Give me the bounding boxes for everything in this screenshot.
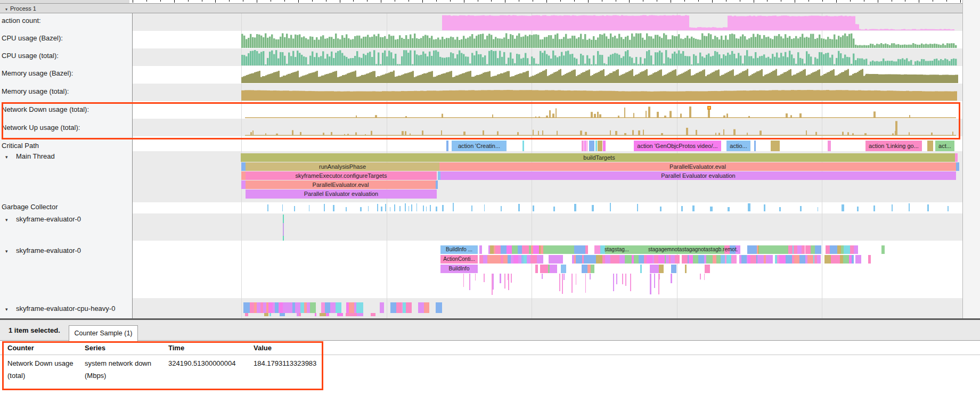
- evaluator-deep-slice[interactable]: [542, 274, 543, 279]
- evaluator-slice[interactable]: [594, 245, 600, 254]
- evaluator-deep-slice[interactable]: [576, 274, 576, 285]
- sidebar-item-main-thread[interactable]: ▾Main Thread: [2, 152, 55, 160]
- collapse-arrow-icon[interactable]: ▾: [2, 249, 16, 254]
- evaluator-slice[interactable]: [518, 245, 522, 254]
- evaluator-slice[interactable]: [805, 245, 811, 254]
- evaluator-deep-slice[interactable]: [463, 274, 464, 287]
- evaluator-deep-slice[interactable]: [508, 274, 509, 290]
- cpu-heavy-slice[interactable]: [356, 302, 363, 313]
- critical-path-slice[interactable]: [586, 141, 587, 151]
- gc-event-tick[interactable]: [409, 206, 410, 211]
- flame-slice[interactable]: [955, 153, 958, 162]
- sidebar-item-critical-path[interactable]: Critical Path: [2, 142, 39, 150]
- cpu-heavy-slice[interactable]: [300, 302, 305, 313]
- flame-slice[interactable]: ParallelEvaluator.eval: [246, 180, 436, 189]
- critical-path-slice[interactable]: [603, 141, 606, 151]
- gc-event-tick[interactable]: [426, 207, 427, 211]
- gc-event-tick[interactable]: [892, 204, 893, 211]
- gc-event-tick[interactable]: [416, 203, 417, 211]
- flame-slice[interactable]: [241, 180, 246, 189]
- gc-event-tick[interactable]: [692, 205, 695, 211]
- gc-event-tick[interactable]: [423, 205, 424, 211]
- gc-event-tick[interactable]: [484, 204, 485, 211]
- evaluator-deep-slice[interactable]: [650, 274, 651, 294]
- sidebar-item-skyframe-evaluator-0[interactable]: ▾skyframe-evaluator-0: [2, 215, 81, 223]
- evaluator-slice[interactable]: [817, 255, 821, 264]
- evaluator-slice[interactable]: [614, 255, 619, 264]
- evaluator-named-slice[interactable]: ActionConti...: [440, 255, 478, 264]
- evaluator-slice[interactable]: [639, 255, 644, 264]
- evaluator-slice[interactable]: [824, 255, 831, 264]
- tab-counter-sample[interactable]: Counter Sample (1): [69, 325, 138, 341]
- cpu-heavy-slice[interactable]: [243, 302, 250, 313]
- gc-event-tick[interactable]: [399, 206, 401, 211]
- evaluator-slice[interactable]: [584, 255, 588, 264]
- evaluator-slice[interactable]: [588, 255, 594, 264]
- critical-path-slice[interactable]: action 'Creatin...: [452, 141, 507, 151]
- evaluator-deep-slice[interactable]: [511, 274, 511, 283]
- sidebar-item-garbage-collector[interactable]: Garbage Collector: [2, 203, 58, 211]
- critical-path-slice[interactable]: [584, 141, 586, 151]
- gc-event-tick[interactable]: [948, 206, 949, 211]
- cpu-heavy-slice[interactable]: [288, 302, 292, 313]
- cpu-heavy-slice[interactable]: [307, 302, 311, 313]
- gc-event-tick[interactable]: [360, 207, 361, 211]
- evaluator-slice[interactable]: [779, 255, 786, 264]
- evaluator-slice[interactable]: [503, 255, 508, 264]
- evaluator-slice[interactable]: [535, 265, 538, 273]
- sidebar-item-cpu-usage-total-[interactable]: CPU usage (total):: [2, 52, 59, 60]
- gc-event-tick[interactable]: [385, 204, 386, 211]
- sidebar-item-action-count-[interactable]: action count:: [2, 17, 41, 24]
- gc-event-tick[interactable]: [394, 204, 395, 211]
- counter-chart-network-up-usage[interactable]: [133, 120, 962, 136]
- evaluator-slice[interactable]: [833, 245, 837, 254]
- cpu-heavy-slice[interactable]: [406, 302, 412, 313]
- evaluator-slice[interactable]: [550, 265, 554, 273]
- evaluator-deep-slice[interactable]: [659, 274, 660, 279]
- gc-event-tick[interactable]: [764, 204, 765, 211]
- evaluator-slice[interactable]: [693, 255, 698, 264]
- evaluator-slice[interactable]: [650, 265, 655, 273]
- track-canvas[interactable]: action 'Creatin...action 'GenObjcProtos …: [133, 13, 962, 318]
- evaluator-deep-slice[interactable]: [559, 274, 560, 291]
- gc-event-tick[interactable]: [748, 203, 750, 211]
- evaluator-deep-slice[interactable]: [671, 274, 672, 283]
- evaluator-slice[interactable]: [797, 245, 802, 254]
- cpu-heavy-slice[interactable]: [280, 313, 285, 316]
- evaluator-slice[interactable]: [837, 245, 841, 254]
- evaluator-slice[interactable]: [786, 255, 792, 264]
- evaluator-slice[interactable]: [807, 255, 813, 264]
- evaluator-slice[interactable]: [591, 265, 594, 273]
- counter-chart-action-count[interactable]: [133, 14, 962, 30]
- gc-event-tick[interactable]: [927, 204, 929, 211]
- evaluator-slice[interactable]: [721, 255, 725, 264]
- cpu-heavy-slice[interactable]: [330, 302, 335, 313]
- evaluator-slice[interactable]: [490, 245, 494, 254]
- cpu-heavy-slice[interactable]: [436, 302, 442, 313]
- evaluator-slice[interactable]: [530, 255, 537, 264]
- cpu-heavy-slice[interactable]: [358, 313, 363, 316]
- evaluator-slice[interactable]: [855, 255, 861, 264]
- evaluator-slice[interactable]: [507, 245, 512, 254]
- cpu-heavy-slice[interactable]: [424, 302, 429, 313]
- critical-path-slice[interactable]: [754, 141, 756, 151]
- evaluator-slice[interactable]: [479, 245, 482, 254]
- table-header-value[interactable]: Value: [254, 344, 328, 352]
- evaluator-deep-slice[interactable]: [475, 274, 476, 281]
- counter-chart-cpu-usage-total[interactable]: [133, 50, 962, 65]
- gc-event-tick[interactable]: [267, 204, 268, 211]
- gc-event-tick[interactable]: [909, 203, 910, 211]
- gc-event-tick[interactable]: [471, 205, 472, 211]
- evaluator-slice[interactable]: [556, 255, 560, 264]
- evaluator-slice[interactable]: [685, 265, 687, 273]
- evaluator-deep-slice[interactable]: [492, 274, 493, 295]
- counter-chart-memory-usage-total[interactable]: [133, 85, 962, 101]
- critical-path-slice[interactable]: actio...: [726, 141, 750, 151]
- evaluator-slice[interactable]: [569, 245, 574, 254]
- evaluator-slice[interactable]: [726, 255, 731, 264]
- evaluator-slice[interactable]: [581, 245, 585, 254]
- gc-event-tick[interactable]: [592, 205, 593, 211]
- evaluator-deep-slice[interactable]: [630, 274, 631, 291]
- evaluator-deep-slice[interactable]: [571, 274, 573, 293]
- table-header-time[interactable]: Time: [168, 344, 248, 352]
